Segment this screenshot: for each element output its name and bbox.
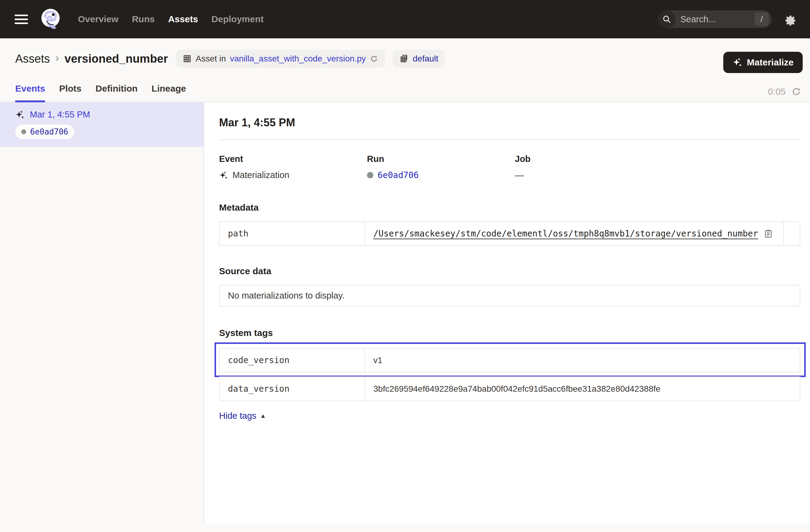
gear-icon[interactable] bbox=[784, 13, 797, 26]
nav-link-runs[interactable]: Runs bbox=[132, 14, 155, 25]
event-timestamp[interactable]: Mar 1, 4:55 PM bbox=[30, 110, 90, 119]
asset-grid-icon bbox=[182, 54, 192, 63]
nav-link-deployment[interactable]: Deployment bbox=[211, 14, 264, 25]
hide-tags-link[interactable]: Hide tags ▲ bbox=[219, 411, 266, 421]
repo-default-link[interactable]: default bbox=[412, 54, 438, 64]
sparkle-icon bbox=[219, 171, 228, 180]
top-navbar: Overview Runs Assets Deployment Search..… bbox=[0, 0, 810, 38]
run-status-dot bbox=[21, 129, 26, 134]
metadata-table: path /Users/smackesey/stm/code/elementl/… bbox=[219, 221, 800, 246]
asset-file-link[interactable]: vanilla_asset_with_code_version.py bbox=[230, 54, 366, 64]
run-column: Run 6e0ad706 bbox=[367, 154, 515, 180]
event-type-value: Materialization bbox=[232, 170, 289, 180]
run-status-dot bbox=[367, 172, 373, 178]
nav-link-overview[interactable]: Overview bbox=[78, 14, 118, 25]
search-input[interactable]: Search... / bbox=[658, 10, 772, 28]
run-label: Run bbox=[367, 154, 515, 164]
metadata-section: Metadata path /Users/smackesey/stm/code/… bbox=[219, 203, 800, 246]
event-run-badge[interactable]: 6e0ad706 bbox=[15, 125, 74, 139]
job-column: Job — bbox=[515, 154, 663, 180]
caret-up-icon: ▲ bbox=[260, 413, 266, 419]
repo-badge: default bbox=[393, 50, 445, 68]
repo-grid-icon bbox=[400, 54, 409, 63]
sparkle-icon bbox=[15, 110, 25, 119]
reload-icon[interactable] bbox=[791, 86, 801, 97]
system-tags-section: System tags code_version v1 data_version… bbox=[219, 328, 800, 421]
system-tags-heading: System tags bbox=[219, 328, 800, 338]
hide-tags-label: Hide tags bbox=[219, 411, 257, 421]
tab-definition[interactable]: Definition bbox=[96, 83, 137, 102]
event-summary-row: Event Materialization Run 6e0ad706 bbox=[219, 154, 800, 180]
event-label: Event bbox=[219, 154, 367, 164]
metadata-path-link[interactable]: /Users/smackesey/stm/code/elementl/oss/t… bbox=[373, 229, 758, 239]
highlight-outline: code_version v1 bbox=[214, 342, 806, 377]
event-column: Event Materialization bbox=[219, 154, 367, 180]
source-data-empty-message: No materializations to display. bbox=[219, 285, 800, 306]
tab-bar: Events Plots Definition Lineage 0:05 bbox=[0, 83, 810, 102]
run-id-short: 6e0ad706 bbox=[30, 127, 68, 136]
asset-definition-badge: Asset in vanilla_asset_with_code_version… bbox=[176, 50, 385, 68]
nav-links: Overview Runs Assets Deployment bbox=[78, 14, 264, 25]
events-sidebar: Mar 1, 4:55 PM 6e0ad706 bbox=[0, 102, 204, 523]
clipboard-copy-icon[interactable] bbox=[763, 229, 773, 239]
metadata-heading: Metadata bbox=[219, 203, 800, 213]
table-row: code_version v1 bbox=[220, 349, 800, 372]
reload-icon[interactable] bbox=[370, 54, 378, 63]
breadcrumb: Assets › versioned_number bbox=[15, 52, 168, 65]
table-row: data_version 3bfc269594ef649228e9a74bab0… bbox=[220, 377, 800, 401]
search-icon bbox=[658, 10, 676, 28]
source-data-heading: Source data bbox=[219, 266, 800, 276]
event-detail-panel: Mar 1, 4:55 PM Event Materialization Run bbox=[204, 102, 810, 523]
tab-plots[interactable]: Plots bbox=[59, 83, 81, 102]
table-row: path /Users/smackesey/stm/code/elementl/… bbox=[220, 222, 800, 245]
tab-events[interactable]: Events bbox=[15, 83, 45, 102]
job-label: Job bbox=[515, 154, 663, 164]
event-heading: Mar 1, 4:55 PM bbox=[219, 116, 800, 129]
breadcrumb-assets-link[interactable]: Assets bbox=[15, 52, 50, 65]
materialize-label: Materialize bbox=[747, 57, 794, 68]
sparkle-icon bbox=[732, 57, 743, 68]
source-data-section: Source data No materializations to displ… bbox=[219, 266, 800, 306]
table-end-cell bbox=[783, 222, 800, 245]
search-placeholder: Search... bbox=[680, 14, 755, 25]
metadata-key: path bbox=[220, 222, 365, 245]
event-list-item[interactable]: Mar 1, 4:55 PM 6e0ad706 bbox=[0, 102, 204, 147]
dagster-logo[interactable] bbox=[39, 7, 62, 31]
system-tags-table: data_version 3bfc269594ef649228e9a74bab0… bbox=[219, 376, 800, 401]
materialize-button[interactable]: Materialize bbox=[723, 52, 803, 73]
tag-key: data_version bbox=[220, 377, 365, 401]
tag-value: v1 bbox=[373, 355, 383, 365]
refresh-countdown: 0:05 bbox=[768, 86, 785, 97]
page-header: Assets › versioned_number Asset in vanil… bbox=[0, 38, 810, 73]
tag-key: code_version bbox=[220, 349, 365, 372]
search-shortcut-key: / bbox=[755, 13, 768, 26]
tag-value: 3bfc269594ef649228e9a74bab00f042efc91d5a… bbox=[373, 384, 661, 394]
run-id-link[interactable]: 6e0ad706 bbox=[378, 170, 419, 180]
nav-link-assets[interactable]: Assets bbox=[168, 14, 198, 25]
hamburger-icon[interactable] bbox=[15, 15, 28, 24]
chevron-right-icon: › bbox=[55, 52, 59, 65]
tab-lineage[interactable]: Lineage bbox=[151, 83, 186, 102]
asset-in-label: Asset in bbox=[196, 54, 226, 64]
job-empty-value: — bbox=[515, 170, 524, 180]
page-title: versioned_number bbox=[65, 52, 168, 65]
system-tags-table-row-highlighted: code_version v1 bbox=[219, 348, 800, 372]
divider bbox=[219, 140, 800, 140]
